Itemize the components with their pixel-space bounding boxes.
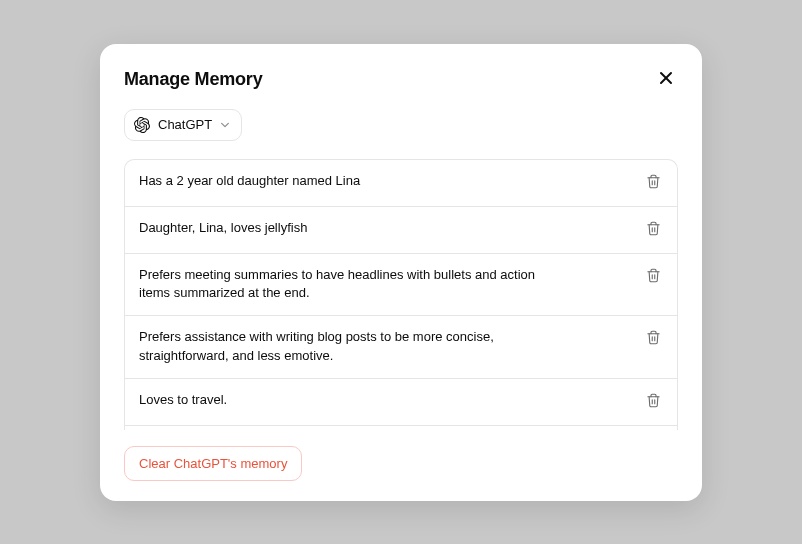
close-button[interactable]	[654, 66, 678, 93]
delete-memory-button[interactable]	[644, 266, 663, 288]
openai-icon	[134, 117, 150, 133]
trash-icon	[646, 393, 661, 411]
clear-memory-button[interactable]: Clear ChatGPT's memory	[124, 446, 302, 481]
manage-memory-modal: Manage Memory ChatGPT Has a 2 year old d…	[100, 44, 702, 501]
delete-memory-button[interactable]	[644, 328, 663, 350]
trash-icon	[646, 268, 661, 286]
delete-memory-button[interactable]	[644, 391, 663, 413]
close-icon	[658, 70, 674, 89]
memory-text: Daughter, Lina, loves jellyfish	[139, 219, 307, 238]
trash-icon	[646, 330, 661, 348]
dropdown-label: ChatGPT	[158, 117, 212, 132]
memory-item: Is interested in traveling to Mexico for…	[125, 426, 677, 430]
memory-text: Prefers meeting summaries to have headli…	[139, 266, 539, 304]
trash-icon	[646, 221, 661, 239]
delete-memory-button[interactable]	[644, 172, 663, 194]
memory-item: Prefers assistance with writing blog pos…	[125, 316, 677, 379]
delete-memory-button[interactable]	[644, 219, 663, 241]
memory-list[interactable]: Has a 2 year old daughter named LinaDaug…	[124, 159, 678, 430]
memory-item: Daughter, Lina, loves jellyfish	[125, 207, 677, 254]
memory-text: Loves to travel.	[139, 391, 227, 410]
memory-item: Has a 2 year old daughter named Lina	[125, 160, 677, 207]
memory-item: Prefers meeting summaries to have headli…	[125, 254, 677, 317]
memory-text: Prefers assistance with writing blog pos…	[139, 328, 539, 366]
trash-icon	[646, 174, 661, 192]
model-dropdown[interactable]: ChatGPT	[124, 109, 242, 141]
memory-list-container: Has a 2 year old daughter named LinaDaug…	[124, 159, 678, 430]
memory-item: Loves to travel.	[125, 379, 677, 426]
memory-text: Has a 2 year old daughter named Lina	[139, 172, 360, 191]
chevron-down-icon	[220, 120, 230, 130]
modal-title: Manage Memory	[124, 69, 262, 90]
modal-header: Manage Memory	[124, 66, 678, 93]
modal-footer: Clear ChatGPT's memory	[124, 430, 678, 481]
